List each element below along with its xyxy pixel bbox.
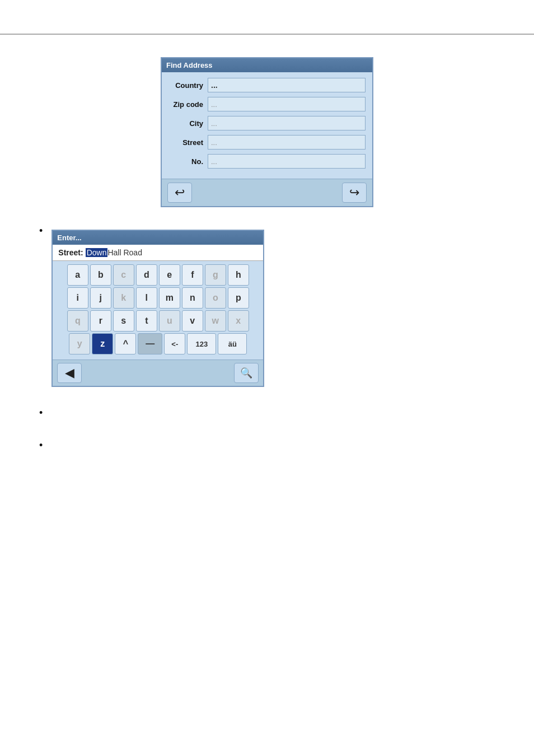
kb-back-icon: ◀	[65, 366, 74, 380]
bullet-content-1: Enter... Street: Down Hall Road a b c d …	[51, 224, 512, 398]
no-row: No.	[168, 154, 366, 169]
bullet-2: •	[39, 407, 43, 419]
bullet-content-3	[51, 438, 512, 463]
back-button[interactable]: ↩	[167, 183, 192, 203]
key-g[interactable]: g	[205, 264, 226, 286]
key-b[interactable]: b	[90, 264, 111, 286]
key-123[interactable]: 123	[187, 333, 216, 354]
key-y[interactable]: y	[69, 333, 90, 354]
key-o[interactable]: o	[205, 287, 226, 309]
find-address-footer: ↩ ↪	[162, 179, 372, 206]
key-v[interactable]: v	[182, 310, 203, 332]
forward-button[interactable]: ↪	[342, 183, 367, 203]
bullet-text-3	[51, 445, 512, 456]
key-m[interactable]: m	[159, 287, 180, 309]
find-address-dialog: Find Address Country Zip code City Stree…	[161, 57, 373, 207]
key-space[interactable]: —	[138, 333, 162, 354]
kb-back-button[interactable]: ◀	[57, 363, 82, 383]
keyboard-footer: ◀ 🔍	[53, 360, 263, 386]
key-f[interactable]: f	[182, 264, 203, 286]
key-s[interactable]: s	[113, 310, 134, 332]
key-special-chars[interactable]: äü	[218, 333, 247, 354]
country-input[interactable]	[208, 78, 366, 92]
bullet-section-2: •	[22, 406, 512, 431]
no-input[interactable]	[208, 154, 366, 169]
key-a[interactable]: a	[67, 264, 88, 286]
country-row: Country	[168, 78, 366, 92]
search-icon: 🔍	[240, 367, 252, 379]
zipcode-label: Zip code	[168, 100, 208, 109]
bullet-1: •	[39, 225, 43, 237]
city-label: City	[168, 119, 208, 128]
kb-footer-spacer	[82, 363, 234, 383]
key-shift[interactable]: ^	[115, 333, 136, 354]
enter-dialog: Enter... Street: Down Hall Road a b c d …	[51, 230, 264, 387]
bullet-content-2	[51, 406, 512, 431]
bullet-section-1: • Enter... Street: Down Hall Road a b c …	[22, 224, 512, 398]
street-label: Street	[168, 138, 208, 147]
street-field-label: Street:	[58, 248, 83, 257]
key-u[interactable]: u	[159, 310, 180, 332]
street-rest-text: Hall Road	[107, 248, 142, 257]
no-label: No.	[168, 157, 208, 166]
key-k[interactable]: k	[113, 287, 134, 309]
enter-title: Enter...	[53, 231, 263, 245]
footer-spacer	[192, 183, 342, 203]
key-w[interactable]: w	[205, 310, 226, 332]
forward-arrow-icon: ↪	[349, 185, 359, 200]
key-backspace[interactable]: <-	[164, 333, 185, 354]
find-address-title: Find Address	[162, 58, 372, 72]
key-row-2: i j k l m n o p	[56, 287, 260, 309]
zipcode-row: Zip code	[168, 97, 366, 111]
key-c[interactable]: c	[113, 264, 134, 286]
bullet-3: •	[39, 440, 43, 451]
country-label: Country	[168, 81, 208, 90]
key-row-1: a b c d e f g h	[56, 264, 260, 286]
kb-search-button[interactable]: 🔍	[234, 363, 259, 383]
key-p[interactable]: p	[228, 287, 249, 309]
key-row-3: q r s t u v w x	[56, 310, 260, 332]
key-t[interactable]: t	[136, 310, 157, 332]
find-address-form: Country Zip code City Street No.	[162, 72, 372, 179]
key-row-4: y z ^ — <- 123 äü	[56, 333, 260, 354]
key-r[interactable]: r	[90, 310, 111, 332]
key-e[interactable]: e	[159, 264, 180, 286]
key-n[interactable]: n	[182, 287, 203, 309]
key-z[interactable]: z	[92, 333, 113, 354]
back-arrow-icon: ↩	[175, 185, 185, 200]
key-i[interactable]: i	[67, 287, 88, 309]
city-row: City	[168, 116, 366, 130]
key-h[interactable]: h	[228, 264, 249, 286]
key-x[interactable]: x	[228, 310, 249, 332]
bullet-section-3: •	[22, 438, 512, 463]
key-q[interactable]: q	[67, 310, 88, 332]
city-input[interactable]	[208, 116, 366, 130]
key-d[interactable]: d	[136, 264, 157, 286]
key-l[interactable]: l	[136, 287, 157, 309]
street-highlighted-text: Down	[86, 248, 108, 257]
street-input[interactable]	[208, 135, 366, 150]
key-j[interactable]: j	[90, 287, 111, 309]
street-display: Street: Down Hall Road	[53, 245, 263, 261]
bullet-text-2	[51, 413, 512, 424]
street-row: Street	[168, 135, 366, 150]
zipcode-input[interactable]	[208, 97, 366, 111]
keyboard-area: a b c d e f g h i j k l	[53, 261, 263, 360]
